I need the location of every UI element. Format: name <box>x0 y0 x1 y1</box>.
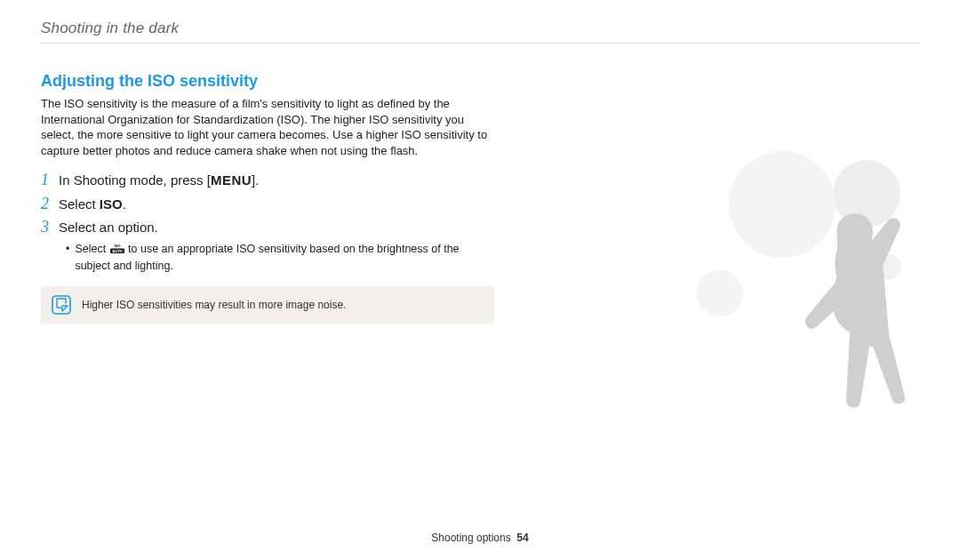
section-heading: Adjusting the ISO sensitivity <box>41 72 494 91</box>
bullet-dot: • <box>66 242 69 274</box>
step-text: Select an option. <box>59 218 158 236</box>
footer-page-number: 54 <box>516 532 528 544</box>
step-text: Select ISO. <box>59 195 126 213</box>
svg-point-4 <box>697 270 743 316</box>
step-3-sub-bullet: • Select ISO AUTO to use an appropriate … <box>66 242 494 274</box>
sub-pre: Select <box>75 243 108 255</box>
step-number: 2 <box>41 195 59 214</box>
step-3: 3 Select an option. <box>41 218 494 237</box>
decorative-illustration <box>684 151 933 453</box>
step-2-bold: ISO <box>100 196 123 212</box>
svg-text:ISO: ISO <box>114 244 121 248</box>
section-body: The ISO sensitivity is the measure of a … <box>41 96 494 158</box>
step-text: In Shooting mode, press [MENU]. <box>59 171 259 189</box>
note-box: Higher ISO sensitivities may result in m… <box>41 286 494 324</box>
step-2: 2 Select ISO. <box>41 195 494 214</box>
svg-point-6 <box>833 160 900 228</box>
svg-point-5 <box>729 151 836 258</box>
step-1: 1 In Shooting mode, press [MENU]. <box>41 171 494 190</box>
running-header: Shooting in the dark <box>41 20 919 37</box>
step-number: 3 <box>41 218 59 237</box>
svg-text:AUTO: AUTO <box>112 249 122 253</box>
header-divider <box>41 43 919 44</box>
step-1-post: ]. <box>252 172 259 188</box>
note-icon <box>52 295 71 315</box>
step-list: 1 In Shooting mode, press [MENU]. 2 Sele… <box>41 171 494 274</box>
note-text: Higher ISO sensitivities may result in m… <box>82 299 346 311</box>
content-column: Adjusting the ISO sensitivity The ISO se… <box>41 72 494 324</box>
manual-page: Shooting in the dark Adjusting the ISO s… <box>0 0 960 560</box>
step-2-post: . <box>123 196 126 212</box>
menu-button-label: MENU <box>211 172 252 188</box>
step-number: 1 <box>41 171 59 190</box>
sub-bullet-text: Select ISO AUTO to use an appropriate IS… <box>75 242 494 274</box>
iso-auto-icon: ISO AUTO <box>109 244 125 259</box>
page-footer: Shooting options 54 <box>0 532 960 544</box>
sub-post: to use an appropriate ISO sensitivity ba… <box>75 243 459 272</box>
footer-label: Shooting options <box>431 532 510 544</box>
step-2-pre: Select <box>59 196 100 212</box>
step-1-pre: In Shooting mode, press [ <box>59 172 211 188</box>
